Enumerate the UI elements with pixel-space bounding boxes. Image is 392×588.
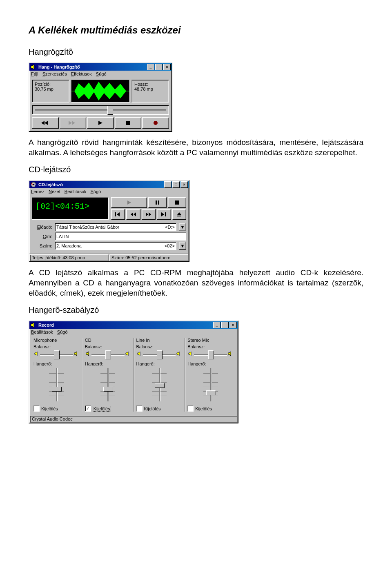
speaker-app-icon (30, 64, 37, 70)
stop-button[interactable] (115, 117, 142, 129)
speaker-right-icon (176, 351, 181, 356)
select-checkbox[interactable]: Kijelölés (187, 405, 234, 412)
speaker-left-icon (188, 351, 193, 356)
status-bar: Crystal Audio Codec (29, 415, 238, 423)
menu-settings[interactable]: Beállítások (31, 330, 53, 334)
rewind-button[interactable] (126, 209, 140, 220)
select-label: Kijelölés (41, 406, 58, 411)
svg-marker-20 (146, 212, 148, 216)
menu-help[interactable]: Súgó (57, 330, 68, 334)
prev-track-button[interactable] (111, 209, 125, 220)
checkbox-icon (187, 405, 194, 412)
close-button[interactable]: × (229, 322, 237, 328)
menu-help[interactable]: Súgó (96, 71, 107, 76)
menubar: Lemez Nézet Beállítások Súgó (29, 188, 189, 195)
balance-thumb[interactable] (208, 350, 214, 359)
minimize-button[interactable]: _ (147, 64, 154, 70)
window-title: Hang - Hangrögzítő (38, 65, 146, 69)
window-title: CD-lejátszó (38, 182, 163, 187)
select-checkbox[interactable]: Kijelölés (136, 405, 183, 412)
maximize-button[interactable]: □ (155, 64, 163, 70)
track-field[interactable]: 2. Maradona <02> (55, 242, 176, 250)
artist-value: Tátrai Tibor&Szűcs Antal Gábor (56, 225, 119, 229)
eject-button[interactable] (172, 209, 186, 220)
seek-start-button[interactable] (32, 117, 59, 129)
balance-thumb[interactable] (105, 350, 111, 359)
mixer-channel: Line In Balansz: Hangerő: Kijelölés (134, 338, 185, 412)
next-track-button[interactable] (157, 209, 171, 220)
track-num: <02> (165, 243, 175, 248)
waveform-display (71, 80, 130, 102)
maximize-button[interactable]: □ (221, 322, 229, 328)
svg-marker-7 (98, 121, 102, 125)
volume-label: Hangerő: (85, 361, 131, 366)
fast-forward-button[interactable] (142, 209, 156, 220)
menu-file[interactable]: Fájl (31, 71, 38, 76)
select-checkbox[interactable]: Kijelölés (33, 405, 80, 412)
volume-slider[interactable] (150, 366, 168, 403)
play-button[interactable] (87, 117, 114, 129)
volume-thumb[interactable] (155, 383, 165, 388)
pause-button[interactable] (148, 197, 167, 208)
svg-marker-33 (189, 352, 191, 356)
speaker-right-icon (228, 351, 233, 356)
balance-label: Balansz: (187, 344, 234, 349)
volume-thumb[interactable] (206, 390, 216, 395)
menubar: Beállítások Súgó (29, 329, 238, 335)
svg-rect-14 (158, 200, 159, 205)
menu-effects[interactable]: Effektusok (71, 71, 92, 76)
channel-name: Microphone (33, 338, 80, 343)
svg-marker-28 (74, 352, 77, 356)
balance-slider[interactable] (188, 350, 233, 359)
volume-label: Hangerő: (136, 361, 183, 366)
title-field[interactable]: LATIN (55, 232, 186, 241)
maximize-button[interactable]: □ (172, 181, 180, 188)
menu-view[interactable]: Nézet (49, 189, 60, 194)
svg-marker-27 (35, 352, 37, 356)
balance-slider[interactable] (86, 350, 130, 359)
artist-dropdown-button[interactable]: ▼ (179, 223, 186, 231)
balance-label: Balansz: (136, 344, 183, 349)
volume-slider[interactable] (47, 366, 65, 403)
menu-disc[interactable]: Lemez (31, 189, 45, 194)
balance-slider[interactable] (34, 350, 79, 359)
seek-end-button[interactable] (60, 117, 87, 129)
status-track: Szám: 05:52 perc:másodperc (109, 254, 188, 261)
svg-marker-18 (131, 212, 133, 216)
minimize-button[interactable]: _ (164, 181, 172, 188)
svg-rect-15 (175, 200, 179, 205)
select-label: Kijelölés (144, 406, 161, 411)
volume-slider[interactable] (99, 366, 117, 403)
seek-slider[interactable] (32, 105, 169, 115)
cd-player-window: CD-lejátszó _ □ × Lemez Nézet Beállításo… (29, 180, 189, 262)
menu-settings[interactable]: Beállítások (65, 189, 87, 194)
volume-slider[interactable] (202, 366, 220, 403)
checkbox-icon (136, 405, 143, 412)
select-checkbox[interactable]: ✓ Kijelölés (85, 405, 131, 412)
close-button[interactable]: × (180, 181, 188, 188)
minimize-button[interactable]: _ (213, 322, 220, 328)
position-value: 30,75 mp (35, 87, 67, 91)
svg-marker-22 (161, 212, 164, 216)
track-dropdown-button[interactable]: ▼ (179, 242, 186, 250)
volume-thumb[interactable] (52, 387, 62, 392)
menubar: Fájl Szerkesztés Effektusok Súgó (29, 71, 172, 77)
close-button[interactable]: × (163, 64, 171, 70)
seek-thumb[interactable] (107, 106, 113, 115)
record-button[interactable] (142, 117, 169, 129)
menu-help[interactable]: Súgó (91, 189, 101, 194)
balance-thumb[interactable] (54, 350, 60, 359)
position-box: Pozíció: 30,75 mp (32, 80, 69, 102)
menu-edit[interactable]: Szerkesztés (42, 71, 67, 76)
cd-paragraph: A CD lejátszó alkalmas a PC CD-RPM megha… (29, 268, 363, 298)
artist-field[interactable]: Tátrai Tibor&Szűcs Antal Gábor <D:> (55, 223, 176, 231)
mixer-channel: Microphone Balansz: Hangerő: Kijelölés (31, 338, 82, 412)
stop-button[interactable] (168, 197, 186, 208)
balance-slider[interactable] (137, 350, 182, 359)
svg-marker-29 (86, 352, 89, 356)
balance-thumb[interactable] (157, 350, 163, 359)
channel-name: CD (85, 338, 131, 343)
volume-thumb[interactable] (103, 387, 113, 392)
play-button[interactable] (111, 197, 147, 208)
volume-label: Hangerő: (187, 361, 234, 366)
